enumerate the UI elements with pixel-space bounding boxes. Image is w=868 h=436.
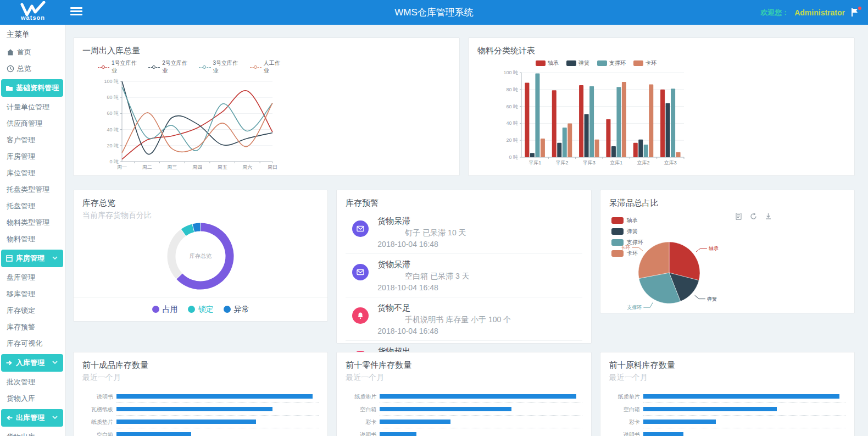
svg-text:80 吨: 80 吨 (107, 95, 119, 100)
sidebar-item-计量单位管理[interactable]: 计量单位管理 (0, 99, 65, 115)
sidebar-item-label: 库存可视化 (7, 339, 42, 349)
sidebar-item-label: 供应商管理 (7, 119, 42, 129)
legend-item-3号立库作业[interactable]: 3号立库作业 (199, 59, 242, 75)
sidebar-item-label: 库位管理 (7, 168, 35, 178)
legend-label: 支撑环 (609, 59, 626, 67)
sidebar-item-托盘类型管理[interactable]: 托盘类型管理 (0, 181, 65, 198)
sidebar-item-移库管理[interactable]: 移库管理 (0, 286, 65, 302)
hbar-row: 说明书 (609, 428, 845, 436)
sidebar-item-active-基础资料管理[interactable]: 基础资料管理 (1, 79, 63, 97)
legend-item-人工作业[interactable]: 人工作业 (250, 59, 285, 75)
sidebar-item-库位管理[interactable]: 库位管理 (0, 165, 65, 181)
hbar-track (116, 428, 319, 436)
legend-label: 轴承 (627, 217, 638, 224)
sidebar-item-库存可视化[interactable]: 库存可视化 (0, 335, 65, 352)
refresh-icon[interactable] (749, 212, 758, 223)
legend-item-2号立库作业[interactable]: 2号立库作业 (148, 59, 191, 75)
svg-text:100 吨: 100 吨 (503, 70, 518, 75)
panel-title: 呆滞品总占比 (609, 198, 845, 208)
hbar-category-label: 瓦楞纸板 (82, 406, 116, 413)
svg-text:20 吨: 20 吨 (506, 137, 518, 143)
hbar-row: 纸质垫片 (609, 390, 845, 403)
sidebar-item-首页[interactable]: 首页 (0, 44, 65, 60)
sidebar-item-库房管理[interactable]: 库房管理 (0, 148, 65, 165)
sidebar-item-供应商管理[interactable]: 供应商管理 (0, 115, 65, 132)
legend-item-卡环[interactable]: 卡环 (633, 59, 656, 67)
alert-item: 货物呆滞钉子 已呆滞 10 天2018-10-04 16:48 (346, 211, 582, 254)
svg-text:周三: 周三 (167, 164, 177, 170)
sidebar-item-物料管理[interactable]: 物料管理 (0, 231, 65, 247)
sidebar: 主菜单首页总览基础资料管理计量单位管理供应商管理客户管理库房管理库位管理托盘类型… (0, 25, 66, 436)
legend-item-支撑环[interactable]: 支撑环 (597, 59, 626, 67)
sidebar-item-label: 计量单位管理 (7, 102, 49, 112)
sidebar-item-货物出库[interactable]: 货物出库 (0, 429, 65, 436)
sidebar-item-货物入库[interactable]: 货物入库 (0, 390, 65, 407)
svg-text:60 吨: 60 吨 (107, 111, 119, 116)
sidebar-item-盘库管理[interactable]: 盘库管理 (0, 269, 65, 286)
notification-flag-icon[interactable] (850, 8, 860, 18)
sidebar-group-出库管理[interactable]: 出库管理 (1, 409, 63, 427)
legend-item-锁定[interactable]: 锁定 (188, 305, 214, 314)
legend-line-marker (98, 65, 109, 69)
hbar-category-label: 纸质垫片 (609, 393, 643, 401)
username[interactable]: Administrator (794, 8, 845, 17)
sidebar-item-label: 库存预警 (7, 322, 35, 332)
finished-hbar-chart: 说明书瓦楞纸板纸质垫片空白箱 (82, 390, 319, 436)
legend-item-1号立库作业[interactable]: 1号立库作业 (98, 59, 141, 75)
panel-top-raw: 前十原料库存数量 最近一个月 纸质垫片空白箱彩卡说明书 (600, 352, 855, 436)
hbar-bar (643, 432, 684, 436)
alert-item: 货物呆滞空白箱 已呆滞 3 天2018-10-04 16:48 (346, 254, 582, 297)
hbar-category-label: 说明书 (346, 431, 380, 436)
hbar-bar (116, 432, 191, 436)
sidebar-item-托盘管理[interactable]: 托盘管理 (0, 198, 65, 214)
sidebar-group-库房管理[interactable]: 库房管理 (1, 250, 63, 267)
sidebar-item-批次管理[interactable]: 批次管理 (0, 374, 65, 390)
alert-body: 货物呆滞空白箱 已呆滞 3 天2018-10-04 16:48 (377, 260, 469, 292)
legend-item-轴承[interactable]: 轴承 (536, 59, 559, 67)
legend-item-占用[interactable]: 占用 (152, 305, 178, 314)
weekly-line-chart: 0 吨20 吨40 吨60 吨80 吨100 吨周一周二周三周四周五周六周日 (98, 76, 279, 176)
panel-subtitle: 当前库存货物百分比 (82, 211, 319, 220)
alert-desc: 钉子 已呆滞 10 天 (405, 228, 466, 238)
hbar-track (380, 428, 582, 436)
legend-label: 异常 (234, 305, 249, 314)
sidebar-item-库存预警[interactable]: 库存预警 (0, 319, 65, 335)
sidebar-item-label: 盘库管理 (7, 273, 35, 283)
hbar-category-label: 纸质垫片 (82, 418, 116, 426)
hbar-track (643, 403, 845, 416)
sidebar-item-label: 物料类型管理 (7, 218, 49, 228)
data-view-icon[interactable] (735, 212, 743, 223)
legend-item-异常[interactable]: 异常 (224, 305, 249, 314)
legend-item-弹簧[interactable]: 弹簧 (566, 59, 589, 67)
svg-text:80 吨: 80 吨 (506, 87, 518, 92)
legend-item-轴承[interactable]: 轴承 (611, 217, 643, 224)
envelope-icon (352, 264, 369, 280)
hbar-track (116, 416, 319, 428)
folder-icon (5, 84, 13, 92)
legend-swatch (611, 217, 624, 224)
sidebar-item-库存锁定[interactable]: 库存锁定 (0, 302, 65, 319)
download-icon[interactable] (764, 212, 772, 223)
panel-weekly-io: 一周出入库总量 1号立库作业2号立库作业3号立库作业人工作业 0 吨20 吨40… (73, 37, 460, 176)
warehouse-icon (5, 255, 13, 262)
hbar-category-label: 空白箱 (346, 406, 380, 413)
panel-top-finished: 前十成品库存数量 最近一个月 说明书瓦楞纸板纸质垫片空白箱 (73, 352, 328, 436)
panel-stagnant-ratio: 呆滞品总占比 轴承弹簧支撑环卡环 轴承弹簧支撑环卡环 (600, 190, 855, 313)
svg-text:周四: 周四 (192, 164, 202, 170)
hbar-row: 彩卡 (609, 416, 845, 428)
panel-stock-alerts: 库存预警 货物呆滞钉子 已呆滞 10 天2018-10-04 16:48货物呆滞… (336, 190, 591, 344)
sidebar-item-客户管理[interactable]: 客户管理 (0, 132, 65, 148)
hbar-row: 空白箱 (346, 403, 582, 416)
hbar-bar (380, 394, 576, 399)
sidebar-item-label: 移库管理 (7, 289, 35, 299)
sidebar-group-入库管理[interactable]: 入库管理 (1, 354, 63, 372)
sidebar-item-总览[interactable]: 总览 (0, 60, 65, 77)
panel-top-parts: 前十零件库存数量 最近一个月 纸质垫片空白箱彩卡说明书 (336, 352, 591, 436)
hbar-category-label: 纸质垫片 (346, 393, 380, 401)
legend-swatch (536, 60, 546, 66)
chart-toolbox (735, 212, 772, 223)
sidebar-item-物料类型管理[interactable]: 物料类型管理 (0, 214, 65, 231)
svg-text:弹簧: 弹簧 (707, 296, 717, 302)
hbar-category-label: 空白箱 (609, 406, 643, 413)
panel-title: 物料分类统计表 (477, 46, 845, 56)
